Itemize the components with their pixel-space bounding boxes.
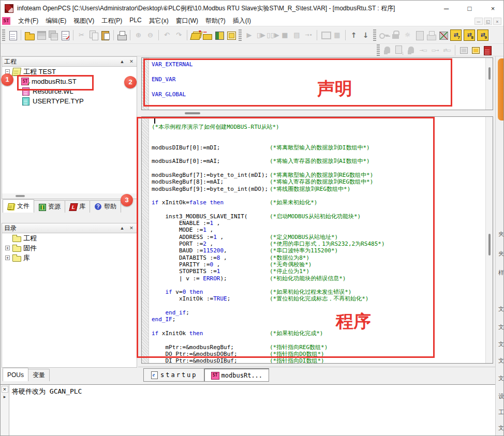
tree-expander-icon[interactable]: +	[5, 246, 10, 250]
minimize-button[interactable]: ─	[435, 1, 458, 16]
program-vscrollbar[interactable]	[485, 117, 493, 363]
catalog-tree-item-库[interactable]: +库	[2, 253, 137, 263]
code-line: STOPBITS :=1(*停止位为1*)	[152, 268, 485, 275]
paste-icon[interactable]	[99, 29, 111, 41]
editor-tab-modbusRt...[interactable]: modbusRt...	[204, 368, 269, 382]
tree-expander-icon[interactable]: +	[5, 255, 10, 260]
close-button[interactable]: ×	[481, 1, 504, 16]
catalog-tab-POUs[interactable]: POUs	[3, 368, 28, 381]
online-test-8-icon[interactable]: ⇄8	[464, 29, 475, 41]
toolbar-drag-handle[interactable]	[373, 29, 376, 41]
project-tree-hscrollbar[interactable]	[2, 193, 137, 199]
text-cursor	[154, 118, 155, 124]
window-controls: ─□×	[435, 1, 504, 16]
print-icon[interactable]	[116, 29, 128, 41]
zoom-in-icon: ⊕	[132, 29, 144, 41]
move-up-icon[interactable]: ↑	[348, 29, 360, 41]
menu-item-1[interactable]: 编辑(E)	[42, 16, 70, 26]
dock-tab-char[interactable]: 设	[498, 393, 504, 400]
build-active-resource-icon[interactable]	[189, 29, 201, 41]
compile-resource-icon[interactable]	[213, 29, 225, 41]
menu-item-2[interactable]: 视图(V)	[70, 16, 98, 26]
dock-tab-char[interactable]: 文	[498, 374, 504, 382]
online-test-9-icon[interactable]: ⇄9	[477, 29, 488, 41]
catalog-tree-item-工程[interactable]: 工程	[2, 233, 137, 243]
output-side-strip: ✕ ▸	[1, 385, 9, 436]
catalog-panel: 目录 ▲ ✕ 工程+固件+库 POUs变量	[2, 223, 137, 382]
cross-reference-icon[interactable]	[437, 29, 449, 41]
menu-item-5[interactable]: 其它(x)	[145, 16, 172, 26]
output-line: 将硬件改为 GCAN_PLC	[12, 387, 82, 396]
dock-tab-char[interactable]: 夹	[498, 230, 504, 238]
collapse-panel-icon[interactable]: ▲	[119, 59, 125, 64]
catalog-tree-item-固件[interactable]: +固件	[2, 243, 137, 253]
toolbar-separator	[345, 30, 346, 40]
menu-item-7[interactable]: 帮助(?)	[202, 16, 229, 26]
save-and-check-icon[interactable]	[59, 29, 71, 41]
project-tree-item-USERTYPE.TYP[interactable]: USERTYPE.TYP	[2, 96, 137, 106]
project-tab-库[interactable]: 库	[65, 200, 90, 213]
project-tab-文件[interactable]: 文件	[3, 199, 34, 213]
rebuild-all-icon[interactable]	[201, 29, 213, 41]
project-tree-item-modbusRtu.ST[interactable]: STmodbusRtu.ST	[2, 77, 137, 86]
catalog-tab-变量[interactable]: 变量	[28, 369, 50, 381]
toolbar-drag-handle[interactable]	[377, 44, 380, 56]
mdi-restore-button[interactable]: ◱	[484, 18, 492, 25]
open-file-icon[interactable]	[23, 29, 35, 41]
t-docpink-icon	[21, 87, 30, 95]
collapse-panel-icon[interactable]: ▲	[119, 225, 125, 231]
st-document-icon: ST	[2, 17, 10, 25]
window-title: infoteam OpenPCS [C:\Users\Administrator…	[17, 4, 395, 13]
close-panel-icon[interactable]: ✕	[128, 59, 135, 64]
project-tab-帮助[interactable]: 帮助	[90, 200, 121, 213]
close-output-icon[interactable]: ✕	[2, 386, 8, 393]
library-book-icon[interactable]	[481, 44, 493, 56]
autohide-tab-orange[interactable]	[498, 58, 504, 121]
new-file-icon[interactable]	[7, 29, 19, 41]
dock-tab-char[interactable]: 文	[498, 305, 504, 313]
close-panel-icon[interactable]: ✕	[128, 225, 135, 231]
mdi-minimize-button[interactable]: ─	[475, 18, 483, 25]
compile-window-icon[interactable]	[225, 29, 237, 41]
menu-item-0[interactable]: 文件(F)	[14, 16, 42, 26]
menu-item-4[interactable]: PLC	[126, 16, 145, 26]
editor-tab-bar: startupmodbusRt...	[138, 367, 495, 383]
run-to-cursor-icon: →•	[303, 29, 315, 41]
editor-tab-label: startup	[160, 371, 198, 379]
dock-tab-char[interactable]: 文	[498, 424, 504, 432]
move-down-icon[interactable]: ↓	[360, 29, 372, 41]
online-test-7-icon[interactable]: ⇄7	[450, 29, 462, 41]
code-line: if xInitOk then(*如果初始化完成*)	[152, 330, 485, 337]
dock-tab-char[interactable]: 样	[498, 269, 504, 277]
maximize-button[interactable]: □	[458, 1, 481, 16]
t-lib-icon	[69, 203, 77, 211]
mdi-close-button[interactable]: ×	[493, 18, 501, 25]
dock-tab-char[interactable]: 工	[498, 409, 504, 416]
variable-grid-icon: ▦	[331, 29, 343, 41]
code-line: DI_Ptr:=&modbusDIBuf;(*指针指向DI数组*)	[152, 357, 485, 363]
menu-item-8[interactable]: 插入(I)	[229, 16, 255, 26]
declaration-vscrollbar[interactable]	[485, 58, 493, 110]
program-editor[interactable]: (*本示例程序演示了如何创建MODBUS-RTU从站*) modbusDIBuf…	[141, 116, 493, 364]
dock-tab-char[interactable]: 文	[498, 323, 504, 331]
code-line	[152, 282, 485, 289]
toolbar-drag-handle[interactable]	[2, 29, 5, 41]
editor-splitter[interactable]	[141, 110, 493, 116]
menu-items: 文件(F)编辑(E)视图(V)工程(P)PLC其它(x)窗口(W)帮助(?)插入…	[14, 16, 255, 26]
dock-tab-char[interactable]: 文件	[498, 340, 504, 348]
code-line: if v=0 then(*如果初始化过程未发生错误*)	[152, 289, 485, 295]
code-line: BAUD :=115200,(*串口波特率为115200*)	[152, 247, 485, 254]
editor-tab-startup[interactable]: startup	[143, 368, 204, 382]
annotation-label: 声明	[317, 77, 352, 101]
menu-item-6[interactable]: 窗口(W)	[172, 16, 202, 26]
menu-item-3[interactable]: 工程(P)	[98, 16, 126, 26]
toolbar-drag-handle[interactable]	[239, 29, 242, 41]
dock-tab-char[interactable]: 文件	[498, 357, 504, 365]
code-line: VAR_EXTERNAL	[152, 61, 485, 69]
dock-tab-char[interactable]: 夹	[498, 250, 504, 258]
project-tab-资源[interactable]: 资源	[34, 200, 65, 213]
output-expand-icon[interactable]: ▸	[2, 394, 8, 400]
project-tree-item-Resource.WL[interactable]: Resource.WL	[2, 86, 137, 96]
hardware-online-icon[interactable]	[469, 44, 481, 56]
project-tree-item-工程 TEST[interactable]: −工程 TEST	[2, 67, 137, 77]
